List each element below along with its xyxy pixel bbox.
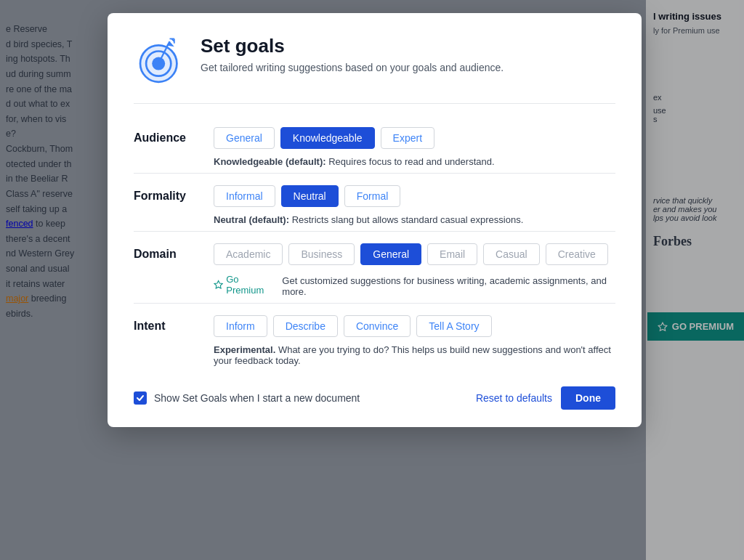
checkmark-icon <box>136 394 145 402</box>
svg-marker-10 <box>214 280 222 288</box>
audience-btn-group: General Knowledgeable Expert <box>214 127 615 149</box>
formality-desc-text: Restricts slang but allows standard casu… <box>292 214 524 225</box>
formality-btn-group: Informal Neutral Formal <box>214 185 615 207</box>
premium-icon <box>214 280 223 290</box>
domain-casual-btn[interactable]: Casual <box>483 243 540 265</box>
audience-desc: Knowledgeable (default): Requires focus … <box>214 156 615 167</box>
audience-general-btn[interactable]: General <box>214 127 275 149</box>
show-set-goals-checkbox-label[interactable]: Show Set Goals when I start a new docume… <box>134 391 360 405</box>
formality-desc: Neutral (default): Restricts slang but a… <box>214 214 615 225</box>
domain-creative-btn[interactable]: Creative <box>546 243 608 265</box>
formality-content: Informal Neutral Formal Neutral (default… <box>214 185 615 225</box>
intent-describe-btn[interactable]: Describe <box>273 315 338 337</box>
modal-subtitle: Get tailored writing suggestions based o… <box>201 62 504 73</box>
intent-section: Intent Inform Describe Convince Tell A S… <box>134 304 615 372</box>
domain-content: Academic Business General Email Casual C… <box>214 243 615 297</box>
formality-label: Formality <box>134 185 214 203</box>
intent-inform-btn[interactable]: Inform <box>214 315 267 337</box>
domain-section: Domain Academic Business General Email C… <box>134 232 615 304</box>
reset-defaults-button[interactable]: Reset to defaults <box>476 392 552 404</box>
domain-general-btn[interactable]: General <box>360 243 421 265</box>
formality-informal-btn[interactable]: Informal <box>214 185 275 207</box>
show-set-goals-label: Show Set Goals when I start a new docume… <box>154 392 360 404</box>
modal-title: Set goals <box>201 35 504 57</box>
formality-neutral-btn[interactable]: Neutral <box>281 185 339 207</box>
domain-business-btn[interactable]: Business <box>288 243 355 265</box>
formality-formal-btn[interactable]: Formal <box>344 185 401 207</box>
audience-desc-text: Requires focus to read and understand. <box>328 156 494 167</box>
formality-section: Formality Informal Neutral Formal Neutra… <box>134 174 615 232</box>
modal-footer: Show Set Goals when I start a new docume… <box>134 386 615 410</box>
domain-btn-group: Academic Business General Email Casual C… <box>214 243 615 265</box>
intent-content: Inform Describe Convince Tell A Story Ex… <box>214 315 615 366</box>
intent-label: Intent <box>134 315 214 333</box>
intent-convince-btn[interactable]: Convince <box>344 315 411 337</box>
audience-knowledgeable-btn[interactable]: Knowledgeable <box>280 127 375 149</box>
domain-desc-text: Get customized suggestions for business … <box>282 275 615 297</box>
go-premium-link-label: Go Premium <box>226 274 276 296</box>
intent-desc-bold: Experimental. <box>214 344 275 355</box>
domain-academic-btn[interactable]: Academic <box>214 243 283 265</box>
done-button[interactable]: Done <box>561 386 615 410</box>
audience-label: Audience <box>134 127 214 145</box>
set-goals-modal: Set goals Get tailored writing suggestio… <box>108 13 642 427</box>
intent-tell-story-btn[interactable]: Tell A Story <box>416 315 491 337</box>
formality-desc-bold: Neutral (default): <box>214 214 289 225</box>
svg-point-4 <box>152 57 165 70</box>
audience-expert-btn[interactable]: Expert <box>381 127 434 149</box>
show-set-goals-checkbox[interactable] <box>134 391 147 405</box>
audience-desc-bold: Knowledgeable (default): <box>214 156 326 167</box>
audience-section: Audience General Knowledgeable Expert Kn… <box>134 115 615 174</box>
go-premium-link[interactable]: Go Premium <box>214 274 276 296</box>
intent-btn-group: Inform Describe Convince Tell A Story <box>214 315 615 337</box>
target-icon <box>134 35 186 87</box>
domain-label: Domain <box>134 243 214 261</box>
audience-content: General Knowledgeable Expert Knowledgeab… <box>214 127 615 167</box>
domain-desc-row: Go Premium Get customized suggestions fo… <box>214 272 615 297</box>
intent-desc: Experimental. What are you trying to do?… <box>214 344 615 366</box>
header-divider <box>134 103 615 104</box>
footer-buttons: Reset to defaults Done <box>476 386 615 410</box>
domain-email-btn[interactable]: Email <box>427 243 477 265</box>
